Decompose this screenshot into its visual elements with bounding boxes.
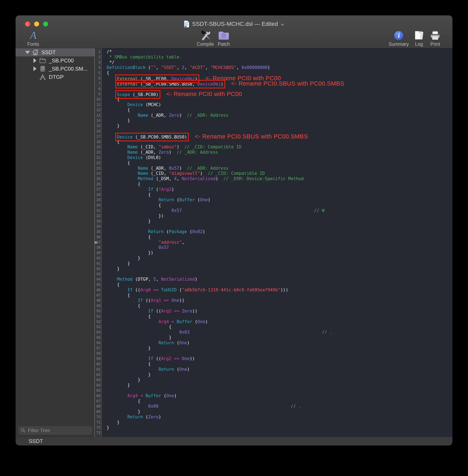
tree-item-label: SSDT bbox=[42, 49, 56, 56]
code-line[interactable]: { bbox=[107, 182, 453, 187]
code-line[interactable]: { bbox=[107, 314, 453, 319]
line-number: 31 bbox=[95, 208, 101, 213]
code-line[interactable]: { bbox=[107, 192, 453, 198]
code-line[interactable]: Device (DVL0) bbox=[107, 155, 453, 161]
tree-item-dtgp[interactable]: DTGP bbox=[15, 73, 94, 81]
disclosure-collapsed-icon[interactable] bbox=[32, 66, 37, 71]
code-line[interactable] bbox=[107, 271, 453, 277]
code-line[interactable]: 0x57 bbox=[107, 245, 453, 250]
code-line[interactable]: } bbox=[107, 383, 453, 388]
code-line[interactable]: Return (One) bbox=[107, 340, 453, 346]
disclosure-collapsed-icon[interactable] bbox=[32, 58, 37, 63]
code-line[interactable]: "address", bbox=[107, 240, 453, 245]
code-line[interactable]: Return (Zero) bbox=[107, 415, 453, 420]
code-line[interactable]: Return (One) bbox=[107, 367, 453, 372]
tree-item-sb-pc00[interactable]: _SB.PC00 bbox=[15, 56, 94, 65]
code-line[interactable]: Name (_CID, "diagsvault") // _CID: Compa… bbox=[107, 171, 453, 176]
log-button[interactable]: Log bbox=[412, 30, 426, 47]
code-line[interactable]: } bbox=[107, 346, 453, 351]
code-line[interactable]: If (!Arg2) bbox=[107, 187, 453, 192]
code-line[interactable]: 0x57 // W bbox=[107, 208, 453, 213]
code-line[interactable]: } bbox=[107, 261, 453, 266]
line-number: 48 bbox=[95, 298, 101, 303]
code-line[interactable]: { bbox=[107, 324, 453, 330]
filter-tree-input[interactable] bbox=[28, 427, 90, 433]
code-line[interactable] bbox=[107, 388, 453, 393]
code-line[interactable]: If ((Arg0 == ToUUID ("a0b5b7c6-1318-441c… bbox=[107, 287, 453, 293]
code-line[interactable]: { bbox=[107, 203, 453, 208]
code-line[interactable]: } bbox=[107, 425, 453, 431]
code-line[interactable]: Arg4 = Buffer (One) bbox=[107, 393, 453, 399]
code-line[interactable] bbox=[107, 224, 453, 229]
code-lines[interactable]: /* * SMBus compatibility table. */Defini… bbox=[102, 48, 453, 437]
code-line[interactable]: { bbox=[107, 293, 453, 298]
compile-button[interactable]: Compile bbox=[194, 30, 217, 47]
disclosure-expanded-icon[interactable] bbox=[25, 51, 30, 54]
code-line[interactable]: Return (Buffer (One) bbox=[107, 197, 453, 203]
code-line[interactable]: Arg4 = Buffer (One) bbox=[107, 319, 453, 325]
patch-button[interactable]: Patch bbox=[215, 30, 233, 47]
chevron-down-icon[interactable] bbox=[280, 23, 284, 26]
zoom-button[interactable] bbox=[43, 22, 48, 27]
code-line[interactable]: Device (_SB.PC00.SMBS.BUS0)<- Rename PCI… bbox=[107, 134, 453, 139]
patch-label: Patch bbox=[218, 42, 230, 47]
minimize-button[interactable] bbox=[34, 22, 39, 27]
summary-button[interactable]: i Summary bbox=[385, 30, 412, 47]
code-line[interactable]: } bbox=[107, 256, 453, 261]
code-line[interactable]: 0x03 // . bbox=[107, 330, 453, 335]
code-line[interactable]: { bbox=[107, 303, 453, 309]
code-line[interactable]: * SMBus compatibility table. bbox=[107, 55, 453, 60]
code-line[interactable]: */ bbox=[107, 60, 453, 65]
line-number: 50 bbox=[95, 309, 101, 314]
code-line[interactable]: { bbox=[107, 282, 453, 287]
code-line[interactable]: Name (_ADR, Zero) // _ADR: Address bbox=[107, 113, 453, 118]
code-line[interactable]: Method (_DSM, 4, NotSerialized) // _DSM:… bbox=[107, 176, 453, 182]
print-button[interactable]: Print bbox=[427, 30, 443, 47]
code-line[interactable]: } bbox=[107, 420, 453, 425]
code-line[interactable]: { bbox=[107, 139, 453, 145]
tree-item-ssdt[interactable]: SSDT bbox=[15, 48, 94, 56]
code-line[interactable]: } bbox=[107, 372, 453, 377]
code-line[interactable]: DefinitionBlock ("", "SSDT", 2, "ACDT", … bbox=[107, 65, 453, 70]
code-line[interactable]: If ((Arg1 == One)) bbox=[107, 298, 453, 303]
code-line[interactable]: }) bbox=[107, 250, 453, 256]
code-line[interactable]: } bbox=[107, 219, 453, 224]
code-line[interactable]: { bbox=[107, 361, 453, 367]
print-label: Print bbox=[430, 42, 440, 47]
code-line[interactable]: If ((Arg2 == Zero)) bbox=[107, 309, 453, 314]
code-line[interactable]: Name (_CID, "smbus") // _CID: Compatible… bbox=[107, 144, 453, 150]
code-line[interactable]: External (_SB_.PC00.SMBS.BUS0, DeviceObj… bbox=[107, 81, 453, 86]
code-line[interactable]: 0x00 // . bbox=[107, 404, 453, 409]
tree-item-sb-pc00-smbs[interactable]: _SB.PC00.SM... bbox=[15, 65, 94, 73]
code-line[interactable]: { bbox=[107, 97, 453, 102]
code-line[interactable]: Device (MCHC) bbox=[107, 102, 453, 107]
line-number: 37 bbox=[95, 240, 101, 245]
code-line[interactable]: }) bbox=[107, 213, 453, 219]
code-line[interactable]: If ((Arg2 == One)) bbox=[107, 356, 453, 361]
code-line[interactable]: } bbox=[107, 266, 453, 272]
code-line[interactable]: Method (DTGP, 5, NotSerialized) bbox=[107, 277, 453, 282]
code-line[interactable]: /* bbox=[107, 49, 453, 55]
code-line[interactable]: Name (_ADR, 0x57) // _ADR: Address bbox=[107, 166, 453, 171]
line-number: 1 bbox=[95, 49, 101, 55]
code-line[interactable]: } bbox=[107, 377, 453, 383]
fonts-button[interactable]: A Fonts bbox=[23, 30, 44, 47]
code-line[interactable] bbox=[107, 430, 453, 436]
code-line[interactable]: Return (Package (0x02) bbox=[107, 229, 453, 235]
code-line[interactable]: { bbox=[107, 235, 453, 240]
close-button[interactable] bbox=[25, 22, 30, 27]
line-number: 14 bbox=[95, 118, 101, 123]
code-line[interactable]: { bbox=[107, 107, 453, 113]
filter-tree-field[interactable] bbox=[18, 427, 92, 434]
line-number: 52 bbox=[95, 319, 101, 325]
code-line[interactable] bbox=[107, 351, 453, 356]
code-line[interactable]: } bbox=[107, 123, 453, 129]
code-line[interactable]: Name (_ADR, Zero) // _ADR: Address bbox=[107, 150, 453, 155]
code-line[interactable]: } bbox=[107, 118, 453, 123]
code-line[interactable] bbox=[107, 86, 453, 92]
code-line[interactable]: Scope (_SB.PC00)<- Rename PCI0 with PC00 bbox=[107, 91, 453, 97]
code-line[interactable]: { bbox=[107, 399, 453, 404]
code-line[interactable]: } bbox=[107, 409, 453, 415]
code-line[interactable]: } bbox=[107, 335, 453, 340]
code-line[interactable]: { bbox=[107, 161, 453, 166]
